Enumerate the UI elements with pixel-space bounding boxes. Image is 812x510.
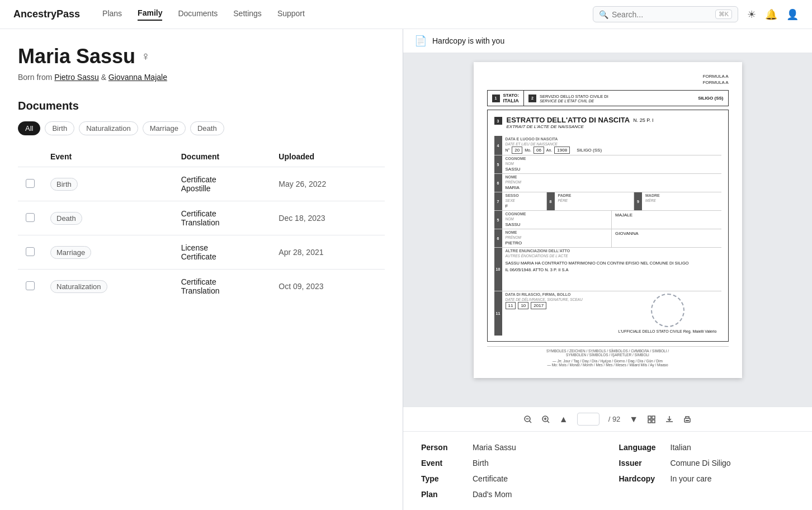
row6b-madre: GIOVANNA: [615, 230, 718, 237]
row5b-madre-content: MAJALE: [612, 211, 721, 229]
row4-sublabel: DATE ET LIEU DE NAISSANCE: [506, 142, 558, 146]
stato-row: 1 STATO: ITALIA 2 SERVIZIO DELLO STATO C…: [487, 90, 729, 106]
row7-label: SESSO: [506, 193, 543, 197]
print-button[interactable]: [683, 415, 692, 424]
page-total: / 92: [608, 415, 621, 423]
row-content-10: ALTRE ENUNCIAZIONI DELL'ATTO AUTRES ÉNON…: [502, 248, 721, 291]
svg-rect-8: [652, 416, 655, 419]
nav-settings[interactable]: Settings: [233, 9, 262, 20]
upload-date-birth: May 26, 2022: [271, 167, 385, 201]
issuer-label: Issuer: [619, 459, 664, 468]
hardcopy-meta-value: In your care: [671, 474, 712, 483]
meta-type: Type Certificate: [421, 474, 597, 483]
row-checkbox-3[interactable]: [26, 247, 35, 256]
row9-sublabel: MÈRE: [645, 199, 656, 202]
svg-rect-7: [648, 416, 651, 419]
parent-connector: &: [101, 73, 106, 82]
upload-date-naturalization: Oct 09, 2023: [271, 270, 385, 304]
doc-row-11: 11 DATA DI RILASCIO, FIRMA, BOLLO DATE D…: [494, 291, 721, 336]
meta-hardcopy: Hardcopy In your care: [619, 474, 795, 483]
type-label: Type: [421, 474, 466, 483]
filter-marriage[interactable]: Marriage: [143, 121, 186, 135]
event-badge-death: Death: [50, 212, 82, 225]
svg-rect-9: [648, 420, 651, 423]
main-nav: Plans Family Documents Settings Support: [102, 8, 305, 21]
zoom-in-button[interactable]: [541, 415, 550, 424]
title-content: ESTRATTO DELL'ATTO DI NASCITA N. 25 P. I…: [507, 116, 721, 134]
row5-value: SASSU: [506, 166, 718, 172]
row-num-8: 8: [547, 192, 555, 210]
next-page-button[interactable]: ▼: [629, 414, 638, 424]
date-boxes-11: 11 10 2017: [506, 302, 611, 309]
page-total-text: / 92: [608, 415, 621, 423]
row-num-5b: 5: [494, 211, 502, 229]
fit-page-button[interactable]: [647, 415, 656, 424]
row5b-padre: SASSU: [506, 221, 608, 228]
plan-label: Plan: [421, 490, 466, 499]
page-number-input[interactable]: 1: [577, 413, 599, 426]
prev-page-button[interactable]: ▲: [559, 414, 568, 424]
doc-name-naturalization: Certificate Translation: [173, 270, 271, 304]
row6-value: MARIA: [506, 185, 718, 191]
zoom-out-button[interactable]: [523, 415, 532, 424]
document-viewport[interactable]: FORMULA A FORMULA A 1 STATO: ITALIA 2 SE…: [403, 53, 812, 407]
row-checkbox-4[interactable]: [26, 281, 35, 290]
nav-documents[interactable]: Documents: [178, 9, 218, 20]
num-label: N°: [506, 148, 510, 152]
nav-support[interactable]: Support: [277, 9, 305, 20]
doc-row-6a: 6 NOME PRÉNOM MARIA: [494, 174, 721, 192]
row-content-8: PADRE PÈRE: [555, 192, 635, 210]
row10-label: ALTRE ENUNCIAZIONI DELL'ATTO: [506, 249, 718, 253]
row8-sublabel: PÈRE: [558, 199, 568, 202]
main-layout: Maria Sassu ♀ Born from Pietro Sassu & G…: [0, 29, 812, 510]
search-area: 🔍 ⌘K ☀ 🔔 👤: [593, 6, 799, 22]
user-profile-button[interactable]: 👤: [786, 8, 799, 21]
row-content-4: DATA E LUOGO DI NASCITA DATE ET LIEU DE …: [502, 136, 721, 155]
stato-label: STATO:: [503, 93, 519, 98]
search-icon: 🔍: [599, 10, 608, 19]
cell-num-1: 1: [492, 95, 500, 102]
stato-cell: 1 STATO: ITALIA: [488, 91, 524, 106]
row7-sublabel: SEXE: [506, 199, 515, 202]
title-row: 3 ESTRATTO DELL'ATTO DI NASCITA N. 25 P.…: [494, 116, 721, 134]
language-value: Italian: [671, 443, 691, 452]
row6b-label: NOME: [506, 230, 608, 234]
row-checkbox-1[interactable]: [26, 179, 35, 188]
cell-num-2: 2: [528, 95, 536, 102]
nav-plans[interactable]: Plans: [102, 9, 122, 20]
cell-num-3: 3: [494, 117, 502, 125]
parent1-link[interactable]: Pietro Sassu: [54, 73, 98, 82]
notifications-button[interactable]: 🔔: [765, 8, 777, 21]
servizio-cell: 2 SERVIZIO DELLO STATO CIVILE DI SERVICE…: [524, 92, 728, 105]
row-num-11: 11: [494, 291, 502, 336]
row-content-6: NOME PRÉNOM MARIA: [502, 174, 721, 192]
filter-birth[interactable]: Birth: [45, 121, 74, 135]
filter-naturalization[interactable]: Naturalization: [79, 121, 138, 135]
filter-all[interactable]: All: [18, 121, 40, 135]
official-block: L'UFFICIALE DELLO STATO CIVILE Reg. Maie…: [614, 291, 721, 336]
doc-main-box: 3 ESTRATTO DELL'ATTO DI NASCITA N. 25 P.…: [487, 110, 729, 342]
row-num-5: 5: [494, 155, 502, 173]
row-checkbox-2[interactable]: [26, 213, 35, 222]
day-box: 20: [512, 147, 522, 154]
event-badge-marriage: Marriage: [50, 246, 91, 259]
doc-row-4: 4 DATA E LUOGO DI NASCITA DATE ET LIEU D…: [494, 136, 721, 155]
svg-rect-10: [652, 420, 655, 423]
nav-family[interactable]: Family: [138, 8, 162, 21]
theme-toggle-button[interactable]: ☀: [747, 8, 756, 21]
meta-person: Person Maria Sassu: [421, 443, 597, 452]
download-button[interactable]: [665, 415, 674, 424]
row4-label: DATA E LUOGO DI NASCITA: [506, 137, 718, 141]
parent2-link[interactable]: Giovanna Majale: [108, 73, 167, 82]
row5b-madre: MAJALE: [615, 212, 718, 218]
extrait-subtitle: EXTRAIT DE L'ACTE DE NAISSANCE: [507, 124, 721, 129]
doc-row-6b: 6 NOME PRÉNOM PIETRO GIOVANNA: [494, 229, 721, 248]
row11-sublabel: DATE DE DÉLIVRANCE, SIGNATURE, SCEAU: [506, 298, 583, 301]
servizio-content: SERVIZIO DELLO STATO CIVILE DI SERVICE D…: [540, 94, 695, 103]
col-document: Document: [173, 147, 271, 167]
search-input[interactable]: [612, 10, 712, 19]
filter-death[interactable]: Death: [190, 121, 224, 135]
hardcopy-meta-label: Hardcopy: [619, 474, 664, 483]
row6b-madre-content: GIOVANNA: [612, 229, 721, 247]
hardcopy-icon: 📄: [414, 35, 427, 47]
